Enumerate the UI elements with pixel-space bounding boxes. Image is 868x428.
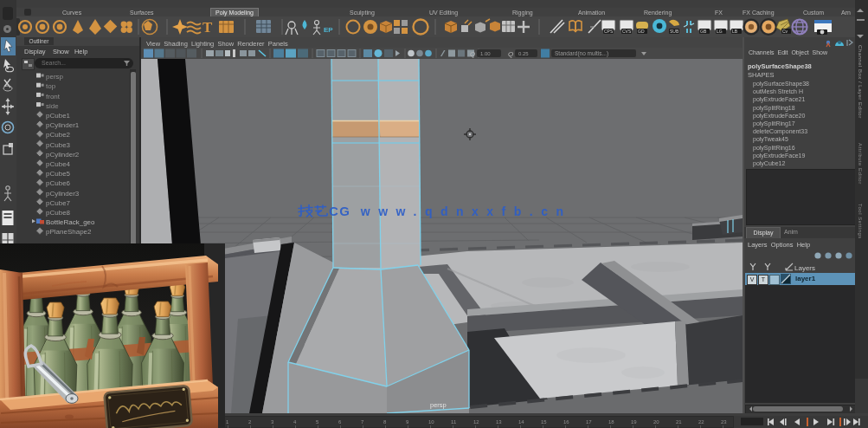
- svg-text:top: top: [46, 82, 56, 90]
- svg-text:GD: GD: [638, 29, 645, 34]
- svg-text:front: front: [46, 93, 61, 101]
- svg-text:pCylinder2: pCylinder2: [46, 151, 80, 159]
- svg-text:GB: GB: [700, 29, 707, 34]
- svg-text:1.00: 1.00: [480, 51, 491, 56]
- svg-text:pCube2: pCube2: [46, 131, 71, 139]
- svg-text:Cv: Cv: [782, 29, 788, 34]
- svg-text:Layers: Layers: [794, 264, 815, 272]
- svg-text:LB: LB: [732, 29, 738, 34]
- svg-text:Standard(no multis...): Standard(no multis...): [555, 50, 608, 57]
- svg-text:pCylinder1: pCylinder1: [46, 121, 80, 129]
- svg-text:pCube5: pCube5: [46, 170, 71, 178]
- svg-text:BottleRack_geo: BottleRack_geo: [46, 218, 95, 226]
- svg-text:pPlaneShape2: pPlaneShape2: [46, 228, 92, 236]
- svg-text:pCube3: pCube3: [46, 141, 71, 149]
- svg-text:pCylinder3: pCylinder3: [46, 190, 80, 198]
- svg-text:pCube4: pCube4: [46, 160, 71, 168]
- svg-text:CVS: CVS: [622, 29, 632, 34]
- svg-text:CPS: CPS: [604, 29, 614, 34]
- svg-text:side: side: [46, 102, 59, 110]
- svg-text:pCube8: pCube8: [46, 209, 71, 217]
- svg-text:T: T: [203, 19, 213, 36]
- svg-text:persp: persp: [46, 73, 64, 81]
- svg-text:LG: LG: [717, 29, 723, 34]
- svg-text:pCube1: pCube1: [46, 112, 71, 120]
- svg-text:Q: Q: [508, 50, 513, 58]
- svg-text:persp: persp: [430, 401, 447, 409]
- svg-text:EP: EP: [324, 26, 333, 34]
- svg-text:0.25: 0.25: [518, 51, 529, 56]
- svg-text:pCube6: pCube6: [46, 179, 71, 187]
- svg-text:SUB: SUB: [670, 29, 679, 34]
- svg-text:Q: Q: [470, 50, 475, 58]
- svg-text:pCube7: pCube7: [46, 199, 71, 207]
